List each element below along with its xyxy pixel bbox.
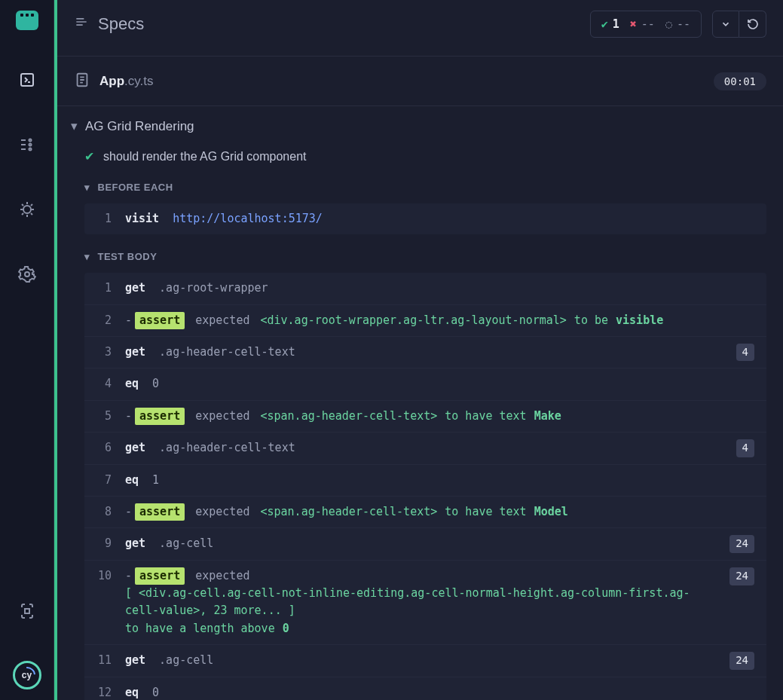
suite-title: AG Grid Rendering bbox=[85, 119, 194, 134]
test-title: should render the AG Grid component bbox=[103, 150, 307, 164]
svg-point-2 bbox=[29, 144, 31, 146]
duration-badge: 00:01 bbox=[714, 72, 766, 90]
page-title: Specs bbox=[74, 14, 144, 34]
cypress-logo-icon[interactable]: cy bbox=[13, 661, 41, 689]
svg-point-1 bbox=[29, 139, 31, 142]
assert-badge: assert bbox=[135, 567, 185, 585]
stat-failed: ✖-- bbox=[630, 17, 655, 31]
assert-badge: assert bbox=[135, 503, 185, 521]
command-row[interactable]: 1 visit http://localhost:5173/ bbox=[84, 203, 766, 234]
topbar: Specs ✔1 ✖-- ◌-- bbox=[57, 0, 783, 57]
assert-badge: assert bbox=[135, 408, 185, 425]
pending-icon: ◌ bbox=[665, 17, 672, 31]
test-body-commands: 1 get.ag-root-wrapper 2 -assertexpected<… bbox=[84, 273, 766, 700]
reporter-body: ▾ AG Grid Rendering ✔ should render the … bbox=[57, 106, 783, 700]
count-badge: 24 bbox=[729, 567, 754, 585]
check-icon: ✔ bbox=[84, 149, 94, 164]
keyboard-shortcuts-icon[interactable] bbox=[12, 596, 42, 626]
svg-point-4 bbox=[23, 206, 31, 213]
page-title-text: Specs bbox=[98, 14, 144, 34]
sidebar: cy bbox=[0, 0, 54, 700]
command-row[interactable]: 11 get.ag-cell 24 bbox=[84, 644, 766, 677]
spec-filename: App.cy.ts bbox=[99, 74, 153, 89]
command-row[interactable]: 5 -assertexpected<span.ag-header-cell-te… bbox=[84, 400, 766, 432]
svg-point-3 bbox=[29, 148, 31, 151]
nav-settings-icon[interactable] bbox=[12, 259, 42, 289]
command-row[interactable]: 7 eq1 bbox=[84, 464, 766, 496]
assert-badge: assert bbox=[135, 312, 185, 329]
count-badge: 4 bbox=[736, 439, 754, 457]
file-icon bbox=[74, 72, 90, 90]
x-icon: ✖ bbox=[630, 17, 637, 31]
next-button[interactable] bbox=[712, 11, 739, 38]
check-icon: ✔ bbox=[601, 17, 608, 31]
svg-point-5 bbox=[25, 272, 29, 277]
suite-header[interactable]: ▾ AG Grid Rendering bbox=[63, 111, 766, 145]
command-row[interactable]: 6 get.ag-header-cell-text 4 bbox=[84, 432, 766, 464]
command-row[interactable]: 12 eq0 bbox=[84, 677, 766, 701]
nav-debug-icon[interactable] bbox=[12, 194, 42, 225]
command-row[interactable]: 3 get.ag-header-cell-text 4 bbox=[84, 336, 766, 368]
command-row[interactable]: 4 eq0 bbox=[84, 368, 766, 399]
count-badge: 24 bbox=[729, 652, 754, 670]
command-row[interactable]: 8 -assertexpected<span.ag-header-cell-te… bbox=[84, 496, 766, 527]
chevron-down-icon: ▾ bbox=[84, 182, 90, 193]
section-before-each[interactable]: ▾ BEFORE EACH bbox=[63, 174, 766, 200]
specs-icon bbox=[74, 14, 89, 34]
command-row[interactable]: 9 get.ag-cell 24 bbox=[84, 527, 766, 560]
command-row[interactable]: 1 get.ag-root-wrapper bbox=[84, 273, 766, 304]
section-test-body[interactable]: ▾ TEST BODY bbox=[63, 243, 766, 270]
spec-file-bar[interactable]: App.cy.ts 00:01 bbox=[57, 57, 783, 106]
app-logo-icon[interactable] bbox=[16, 11, 38, 30]
chevron-down-icon: ▾ bbox=[84, 251, 90, 262]
nav-runs-icon[interactable] bbox=[12, 130, 42, 160]
command-row[interactable]: 10 -assertexpected[ <div.ag-cell.ag-cell… bbox=[84, 560, 766, 644]
test-stats: ✔1 ✖-- ◌-- bbox=[590, 11, 702, 38]
rerun-button[interactable] bbox=[739, 11, 766, 38]
main-panel: Specs ✔1 ✖-- ◌-- App.cy.ts bbox=[54, 0, 783, 700]
command-row[interactable]: 2 -assertexpected<div.ag-root-wrapper.ag… bbox=[84, 304, 766, 336]
run-controls bbox=[712, 11, 766, 38]
chevron-down-icon: ▾ bbox=[71, 118, 78, 134]
count-badge: 4 bbox=[736, 344, 754, 362]
stat-passed: ✔1 bbox=[601, 17, 619, 31]
stat-pending: ◌-- bbox=[665, 17, 690, 31]
nav-specs-icon[interactable] bbox=[12, 65, 42, 95]
test-header[interactable]: ✔ should render the AG Grid component bbox=[63, 145, 766, 174]
before-each-commands: 1 visit http://localhost:5173/ bbox=[84, 203, 766, 234]
count-badge: 24 bbox=[729, 535, 754, 553]
